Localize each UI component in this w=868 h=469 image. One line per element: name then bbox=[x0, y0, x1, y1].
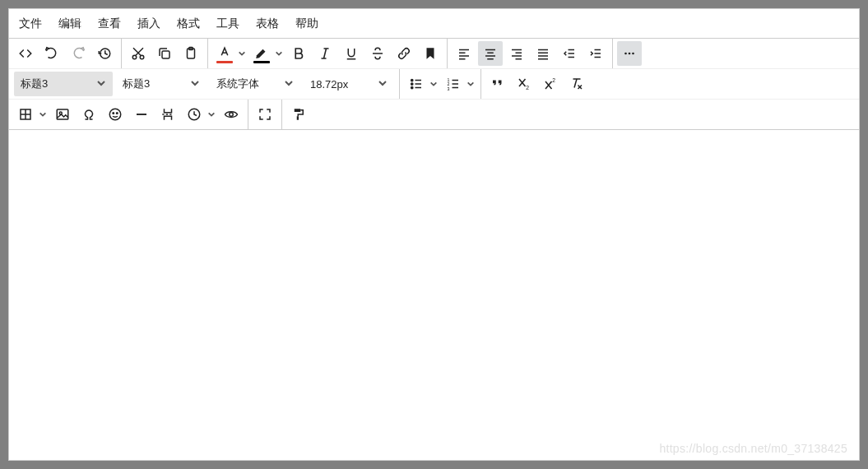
svg-point-67 bbox=[117, 113, 118, 114]
editor-frame: 文件 编辑 查看 插入 格式 工具 表格 帮助 bbox=[8, 8, 860, 461]
heading-select[interactable]: 标题3 bbox=[116, 72, 207, 96]
svg-point-2 bbox=[140, 55, 144, 59]
emoji-button[interactable] bbox=[103, 102, 128, 127]
horizontal-rule-button[interactable] bbox=[129, 102, 154, 127]
menu-view[interactable]: 查看 bbox=[90, 12, 129, 36]
align-left-button[interactable] bbox=[452, 41, 476, 66]
more-button[interactable] bbox=[617, 41, 642, 66]
menubar: 文件 编辑 查看 插入 格式 工具 表格 帮助 bbox=[9, 9, 859, 39]
page-break-button[interactable] bbox=[155, 102, 180, 127]
menu-format[interactable]: 格式 bbox=[169, 12, 208, 36]
svg-point-35 bbox=[624, 53, 627, 55]
align-justify-button[interactable] bbox=[531, 41, 555, 66]
svg-point-39 bbox=[411, 83, 413, 85]
bullet-list-button[interactable] bbox=[404, 72, 429, 96]
svg-point-66 bbox=[113, 113, 114, 114]
redo-button[interactable] bbox=[66, 41, 91, 66]
indent-button[interactable] bbox=[583, 41, 608, 66]
underline-button[interactable] bbox=[339, 41, 364, 66]
bold-button[interactable] bbox=[286, 41, 311, 66]
superscript-button[interactable]: 2 bbox=[538, 72, 563, 96]
text-color-dropdown[interactable] bbox=[236, 41, 248, 66]
table-dropdown[interactable] bbox=[37, 102, 49, 127]
image-button[interactable] bbox=[50, 102, 75, 127]
table-button[interactable] bbox=[13, 102, 38, 127]
special-char-button[interactable] bbox=[77, 102, 101, 127]
menu-table[interactable]: 表格 bbox=[248, 12, 287, 36]
svg-point-40 bbox=[411, 86, 413, 88]
cut-button[interactable] bbox=[126, 41, 151, 66]
clear-format-button[interactable] bbox=[564, 72, 589, 96]
chevron-down-icon bbox=[284, 78, 294, 91]
italic-button[interactable] bbox=[313, 41, 337, 66]
toolbar: 标题3 标题3 系统字体 18.72px bbox=[9, 39, 859, 130]
svg-point-73 bbox=[230, 113, 234, 117]
svg-point-37 bbox=[632, 53, 634, 55]
watermark-text: https://blog.csdn.net/m0_37138425 bbox=[659, 442, 847, 455]
menu-file[interactable]: 文件 bbox=[11, 12, 50, 36]
font-family-label: 系统字体 bbox=[216, 77, 284, 91]
editor-content[interactable]: https://blog.csdn.net/m0_37138425 bbox=[9, 130, 859, 460]
fullscreen-button[interactable] bbox=[253, 102, 277, 127]
font-family-select[interactable]: 系统字体 bbox=[210, 72, 300, 96]
align-right-button[interactable] bbox=[504, 41, 529, 66]
history-button[interactable] bbox=[92, 41, 117, 66]
outdent-button[interactable] bbox=[557, 41, 582, 66]
chevron-down-icon bbox=[378, 78, 388, 91]
blockquote-button[interactable] bbox=[485, 72, 510, 96]
bullet-list-dropdown[interactable] bbox=[428, 72, 439, 96]
svg-point-65 bbox=[109, 109, 121, 120]
svg-rect-74 bbox=[297, 116, 299, 120]
number-list-dropdown[interactable] bbox=[465, 72, 476, 96]
block-format-select[interactable]: 标题3 bbox=[14, 72, 113, 96]
toolbar-row-1 bbox=[9, 39, 859, 69]
link-button[interactable] bbox=[392, 41, 416, 66]
svg-text:2: 2 bbox=[552, 77, 555, 83]
copy-button[interactable] bbox=[152, 41, 177, 66]
undo-button[interactable] bbox=[39, 41, 64, 66]
format-painter-button[interactable] bbox=[286, 102, 311, 127]
svg-point-38 bbox=[411, 79, 413, 81]
svg-line-57 bbox=[574, 79, 577, 88]
datetime-button[interactable] bbox=[182, 102, 207, 127]
menu-tools[interactable]: 工具 bbox=[208, 12, 248, 36]
svg-line-10 bbox=[324, 49, 327, 58]
font-size-label: 18.72px bbox=[310, 78, 378, 91]
chevron-down-icon bbox=[96, 78, 106, 91]
chevron-down-icon bbox=[190, 78, 200, 91]
align-center-button[interactable] bbox=[478, 41, 503, 66]
highlight-color-swatch bbox=[253, 61, 270, 63]
toolbar-row-3 bbox=[9, 100, 859, 129]
svg-text:3: 3 bbox=[448, 86, 450, 91]
strikethrough-button[interactable] bbox=[365, 41, 390, 66]
paste-button[interactable] bbox=[179, 41, 203, 66]
block-format-label: 标题3 bbox=[21, 77, 96, 91]
highlight-color-dropdown[interactable] bbox=[273, 41, 285, 66]
menu-help[interactable]: 帮助 bbox=[287, 12, 327, 36]
source-code-button[interactable] bbox=[13, 41, 38, 66]
number-list-button[interactable]: 123 bbox=[441, 72, 466, 96]
svg-text:2: 2 bbox=[526, 85, 529, 91]
svg-rect-5 bbox=[162, 51, 169, 58]
preview-button[interactable] bbox=[219, 102, 244, 127]
text-color-swatch bbox=[216, 61, 233, 63]
svg-point-1 bbox=[132, 55, 137, 59]
menu-edit[interactable]: 编辑 bbox=[50, 12, 90, 36]
heading-label: 标题3 bbox=[123, 77, 190, 91]
datetime-dropdown[interactable] bbox=[206, 102, 217, 127]
menu-insert[interactable]: 插入 bbox=[129, 12, 169, 36]
font-size-select[interactable]: 18.72px bbox=[304, 72, 394, 96]
toolbar-row-2: 标题3 标题3 系统字体 18.72px bbox=[9, 69, 859, 100]
highlight-color-button[interactable] bbox=[249, 41, 274, 66]
bookmark-button[interactable] bbox=[418, 41, 443, 66]
svg-point-36 bbox=[629, 53, 631, 55]
subscript-button[interactable]: 2 bbox=[512, 72, 536, 96]
text-color-button[interactable] bbox=[212, 41, 237, 66]
svg-rect-63 bbox=[57, 109, 68, 119]
